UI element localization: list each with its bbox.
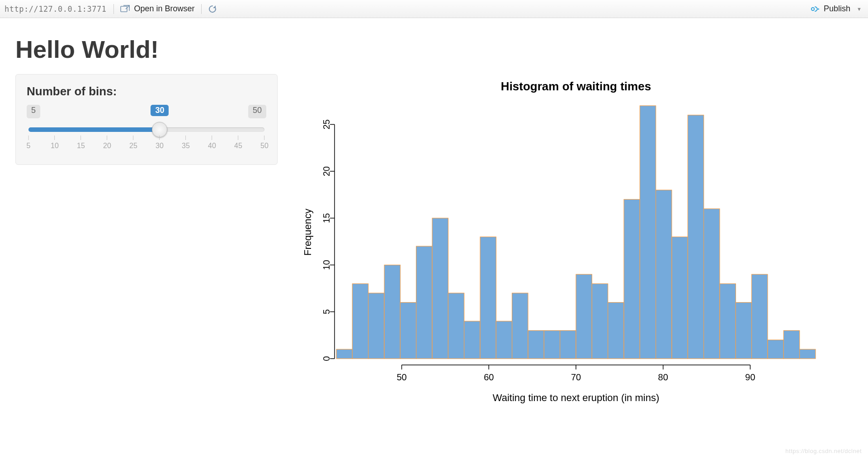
open-in-browser-button[interactable]: Open in Browser xyxy=(118,3,197,14)
url-display: http://127.0.0.1:3771 xyxy=(4,5,110,14)
slider-tick: 50 xyxy=(260,136,269,150)
svg-rect-16 xyxy=(528,331,544,359)
svg-text:Waiting time to next eruption : Waiting time to next eruption (in mins) xyxy=(493,392,659,403)
sidebar-panel: Number of bins: 5 30 50 5101520253035404… xyxy=(15,74,278,165)
slider-ticks: 5101520253035404550 xyxy=(28,136,264,151)
reload-button[interactable] xyxy=(205,4,220,14)
open-browser-icon xyxy=(120,5,130,13)
page-title: Hello World! xyxy=(15,35,853,63)
slider-tick: 30 xyxy=(156,136,164,150)
svg-text:70: 70 xyxy=(571,372,581,382)
svg-text:50: 50 xyxy=(396,372,406,382)
svg-rect-7 xyxy=(384,265,400,359)
slider-fill xyxy=(28,127,160,132)
histogram-chart: Histogram of waiting times50607080900510… xyxy=(296,74,829,422)
svg-text:5: 5 xyxy=(321,309,331,314)
slider-tick: 15 xyxy=(77,136,85,150)
main-plot: Histogram of waiting times50607080900510… xyxy=(296,74,853,422)
svg-text:80: 80 xyxy=(658,372,668,382)
publish-label: Publish xyxy=(824,4,850,14)
svg-rect-31 xyxy=(768,340,783,359)
slider-tick: 10 xyxy=(51,136,59,150)
toolbar-separator xyxy=(113,4,114,14)
publish-icon xyxy=(810,5,820,13)
bins-slider[interactable] xyxy=(28,127,264,132)
svg-rect-4 xyxy=(336,349,352,359)
svg-rect-6 xyxy=(368,293,384,359)
svg-text:0: 0 xyxy=(321,356,331,361)
svg-text:60: 60 xyxy=(484,372,494,382)
svg-text:Histogram of waiting times: Histogram of waiting times xyxy=(501,79,651,93)
bins-label: Number of bins: xyxy=(27,84,266,98)
svg-rect-27 xyxy=(704,209,720,359)
svg-rect-23 xyxy=(640,106,656,359)
toolbar-separator xyxy=(201,4,202,14)
svg-rect-9 xyxy=(416,246,432,359)
svg-rect-25 xyxy=(672,237,688,359)
svg-rect-11 xyxy=(448,293,464,359)
slider-tick: 35 xyxy=(182,136,190,150)
svg-rect-21 xyxy=(608,303,624,359)
svg-text:25: 25 xyxy=(321,119,331,129)
slider-tick: 25 xyxy=(129,136,137,150)
slider-handle[interactable] xyxy=(152,122,167,137)
svg-text:90: 90 xyxy=(745,372,755,382)
svg-rect-22 xyxy=(624,199,640,359)
svg-point-2 xyxy=(818,8,819,9)
slider-value-bubble: 30 xyxy=(151,105,169,116)
svg-text:Frequency: Frequency xyxy=(302,209,313,256)
watermark-text: https://blog.csdn.net/dclnet xyxy=(785,448,862,454)
svg-rect-19 xyxy=(576,274,592,359)
svg-rect-32 xyxy=(783,331,799,359)
svg-rect-13 xyxy=(480,237,496,359)
slider-tick: 5 xyxy=(27,136,31,150)
publish-button[interactable]: Publish ▼ xyxy=(807,3,864,14)
svg-rect-24 xyxy=(656,190,672,359)
slider-max: 50 xyxy=(248,105,266,118)
svg-text:20: 20 xyxy=(321,166,331,176)
slider-tick: 40 xyxy=(208,136,216,150)
svg-rect-10 xyxy=(432,218,448,359)
svg-text:15: 15 xyxy=(321,213,331,223)
svg-rect-28 xyxy=(720,284,736,359)
svg-rect-5 xyxy=(352,284,368,359)
svg-text:10: 10 xyxy=(321,260,331,270)
svg-rect-15 xyxy=(512,293,528,359)
slider-bounds: 5 30 50 xyxy=(27,105,266,118)
svg-rect-12 xyxy=(464,321,480,359)
svg-rect-18 xyxy=(560,331,576,359)
viewer-toolbar: http://127.0.0.1:3771 Open in Browser Pu… xyxy=(0,0,868,18)
svg-point-1 xyxy=(811,7,814,10)
open-in-browser-label: Open in Browser xyxy=(134,4,194,14)
svg-rect-33 xyxy=(800,349,816,359)
slider-tick: 20 xyxy=(103,136,111,150)
svg-rect-17 xyxy=(544,331,560,359)
caret-down-icon: ▼ xyxy=(857,6,862,12)
svg-rect-8 xyxy=(400,303,416,359)
svg-rect-29 xyxy=(736,303,751,359)
slider-tick: 45 xyxy=(234,136,242,150)
slider-min: 5 xyxy=(27,105,40,118)
svg-rect-14 xyxy=(496,321,512,359)
svg-rect-20 xyxy=(592,284,608,359)
svg-rect-26 xyxy=(688,115,703,359)
reload-icon xyxy=(208,5,217,14)
svg-rect-30 xyxy=(752,274,768,359)
